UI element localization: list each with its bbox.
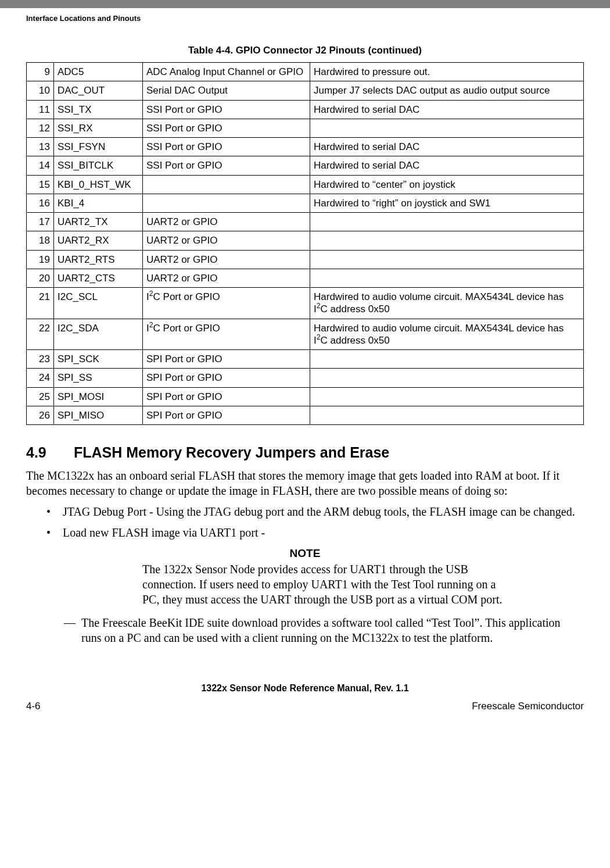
function-cell: SPI Port or GPIO (143, 350, 310, 369)
name-cell: KBI_0_HST_WK (54, 175, 143, 194)
note-cell (310, 119, 584, 137)
bullet-text: Load new FLASH image via UART1 port - (63, 525, 584, 540)
name-cell: UART2_CTS (54, 269, 143, 287)
table-row: 11SSI_TXSSI Port or GPIOHardwired to ser… (27, 100, 584, 119)
pin-cell: 26 (27, 406, 54, 424)
function-cell: SSI Port or GPIO (143, 119, 310, 137)
pin-cell: 12 (27, 119, 54, 137)
footer: 1322x Sensor Node Reference Manual, Rev.… (26, 683, 584, 694)
name-cell: SPI_MISO (54, 406, 143, 424)
table-row: 19UART2_RTSUART2 or GPIO (27, 250, 584, 269)
table-row: 22I2C_SDAI2C Port or GPIOHardwired to au… (27, 319, 584, 350)
note-cell (310, 250, 584, 269)
note-cell: Jumper J7 selects DAC output as audio ou… (310, 81, 584, 100)
pin-cell: 17 (27, 213, 54, 231)
note-cell (310, 406, 584, 424)
page-content: Interface Locations and Pinouts Table 4-… (0, 14, 610, 694)
note-cell: Hardwired to serial DAC (310, 156, 584, 175)
note-cell: Hardwired to audio volume circuit. MAX54… (310, 288, 584, 319)
function-cell: ADC Analog Input Channel or GPIO (143, 63, 310, 81)
function-cell: I2C Port or GPIO (143, 319, 310, 350)
bullet-list: •JTAG Debug Port - Using the JTAG debug … (26, 504, 584, 540)
footer-company: Freescale Semiconductor (472, 701, 584, 712)
name-cell: SPI_SCK (54, 350, 143, 369)
bullet-text: JTAG Debug Port - Using the JTAG debug p… (63, 504, 584, 519)
bullet-marker: • (26, 504, 63, 519)
bullet-marker: • (26, 525, 63, 540)
function-cell: UART2 or GPIO (143, 231, 310, 250)
top-bar (0, 0, 610, 8)
function-cell: UART2 or GPIO (143, 213, 310, 231)
name-cell: SSI_RX (54, 119, 143, 137)
function-cell (143, 175, 310, 194)
pin-cell: 15 (27, 175, 54, 194)
function-cell: SPI Port or GPIO (143, 387, 310, 406)
name-cell: I2C_SDA (54, 319, 143, 350)
dash-marker: — (26, 615, 81, 645)
function-cell: SSI Port or GPIO (143, 156, 310, 175)
note-cell (310, 269, 584, 287)
pin-cell: 24 (27, 369, 54, 387)
table-row: 13SSI_FSYNSSI Port or GPIOHardwired to s… (27, 138, 584, 156)
header-label: Interface Locations and Pinouts (26, 14, 584, 23)
note-cell: Hardwired to “right” on joystick and SW1 (310, 194, 584, 212)
function-cell: Serial DAC Output (143, 81, 310, 100)
pin-cell: 25 (27, 387, 54, 406)
name-cell: DAC_OUT (54, 81, 143, 100)
table-row: 16KBI_4Hardwired to “right” on joystick … (27, 194, 584, 212)
name-cell: SPI_MOSI (54, 387, 143, 406)
table-row: 18UART2_RXUART2 or GPIO (27, 231, 584, 250)
pin-cell: 14 (27, 156, 54, 175)
note-cell (310, 387, 584, 406)
table-row: 25SPI_MOSISPI Port or GPIO (27, 387, 584, 406)
footer-row: 4-6 Freescale Semiconductor (0, 701, 610, 721)
list-item: •Load new FLASH image via UART1 port - (26, 525, 584, 540)
pin-cell: 23 (27, 350, 54, 369)
pin-cell: 9 (27, 63, 54, 81)
name-cell: SSI_BITCLK (54, 156, 143, 175)
function-cell (143, 194, 310, 212)
table-title: Table 4-4. GPIO Connector J2 Pinouts (co… (26, 45, 584, 56)
table-row: 23SPI_SCKSPI Port or GPIO (27, 350, 584, 369)
section-heading: 4.9FLASH Memory Recovery Jumpers and Era… (26, 444, 584, 461)
function-cell: SSI Port or GPIO (143, 138, 310, 156)
pin-cell: 20 (27, 269, 54, 287)
table-row: 14SSI_BITCLKSSI Port or GPIOHardwired to… (27, 156, 584, 175)
sub-bullet: — The Freescale BeeKit IDE suite downloa… (26, 615, 584, 645)
note-cell (310, 369, 584, 387)
name-cell: KBI_4 (54, 194, 143, 212)
note-cell: Hardwired to audio volume circuit. MAX54… (310, 319, 584, 350)
footer-title: 1322x Sensor Node Reference Manual, Rev.… (26, 683, 584, 694)
pin-cell: 13 (27, 138, 54, 156)
intro-paragraph: The MC1322x has an onboard serial FLASH … (26, 468, 584, 498)
name-cell: SSI_TX (54, 100, 143, 119)
table-row: 17UART2_TXUART2 or GPIO (27, 213, 584, 231)
table-row: 20UART2_CTSUART2 or GPIO (27, 269, 584, 287)
list-item: •JTAG Debug Port - Using the JTAG debug … (26, 504, 584, 519)
pin-cell: 11 (27, 100, 54, 119)
table-row: 24SPI_SSSPI Port or GPIO (27, 369, 584, 387)
function-cell: SPI Port or GPIO (143, 406, 310, 424)
function-cell: UART2 or GPIO (143, 250, 310, 269)
function-cell: I2C Port or GPIO (143, 288, 310, 319)
name-cell: SSI_FSYN (54, 138, 143, 156)
note-cell: Hardwired to pressure out. (310, 63, 584, 81)
sub-bullet-text: The Freescale BeeKit IDE suite download … (81, 615, 584, 645)
name-cell: ADC5 (54, 63, 143, 81)
pin-cell: 19 (27, 250, 54, 269)
function-cell: SSI Port or GPIO (143, 100, 310, 119)
note-heading: NOTE (26, 547, 584, 560)
note-cell (310, 213, 584, 231)
pin-cell: 22 (27, 319, 54, 350)
table-row: 12SSI_RXSSI Port or GPIO (27, 119, 584, 137)
table-row: 21I2C_SCLI2C Port or GPIOHardwired to au… (27, 288, 584, 319)
section-number: 4.9 (26, 444, 74, 461)
page-number: 4-6 (26, 701, 41, 712)
pin-cell: 16 (27, 194, 54, 212)
pin-cell: 18 (27, 231, 54, 250)
table-row: 10DAC_OUTSerial DAC OutputJumper J7 sele… (27, 81, 584, 100)
note-cell: Hardwired to serial DAC (310, 100, 584, 119)
name-cell: I2C_SCL (54, 288, 143, 319)
table-row: 26SPI_MISOSPI Port or GPIO (27, 406, 584, 424)
note-cell: Hardwired to “center” on joystick (310, 175, 584, 194)
